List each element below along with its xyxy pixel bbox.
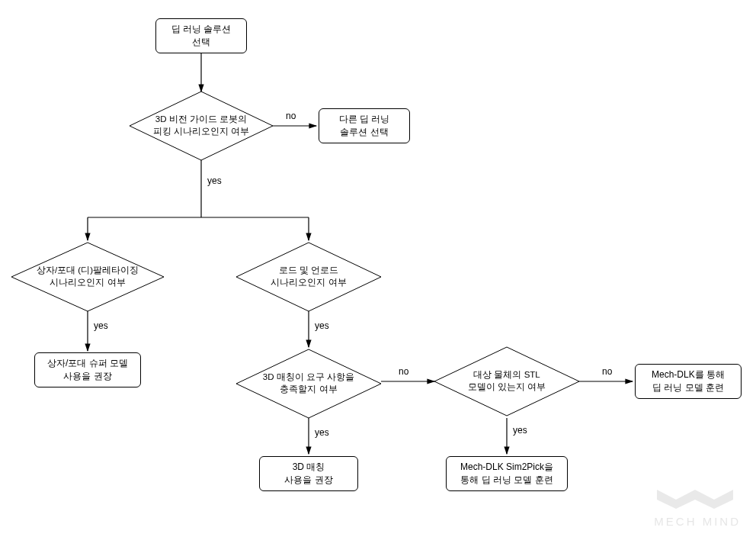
- edge-label-yes: yes: [94, 320, 108, 331]
- node-text: 딥 러닝 솔루션선택: [171, 23, 232, 49]
- edge-label-no: no: [602, 366, 612, 377]
- node-other-solution: 다른 딥 러닝솔루션 선택: [319, 108, 410, 143]
- decision-stl-model: 대상 물체의 STL모델이 있는지 여부: [434, 347, 579, 416]
- node-text: 로드 및 언로드시나리오인지 여부: [236, 243, 381, 311]
- node-text: Mech-DLK를 통해딥 러닝 모델 훈련: [652, 368, 725, 394]
- node-mech-dlk: Mech-DLK를 통해딥 러닝 모델 훈련: [635, 364, 742, 399]
- edge-label-yes: yes: [315, 427, 329, 438]
- decision-3d-vision-robot: 3D 비전 가이드 로봇의피킹 시나리오인지 여부: [130, 92, 273, 160]
- edge-label-no: no: [286, 111, 296, 121]
- node-text: 상자/포대 슈퍼 모델사용을 권장: [47, 357, 128, 383]
- node-text: 상자/포대 (디)팔레타이징시나리오인지 여부: [11, 243, 164, 311]
- node-start: 딥 러닝 솔루션선택: [155, 18, 247, 53]
- decision-load-unload: 로드 및 언로드시나리오인지 여부: [236, 243, 381, 311]
- node-text: Mech-DLK Sim2Pick을통해 딥 러닝 모델 훈련: [460, 461, 553, 487]
- node-sim2pick: Mech-DLK Sim2Pick을통해 딥 러닝 모델 훈련: [446, 456, 568, 491]
- edge-label-yes: yes: [513, 425, 527, 436]
- mech-mind-logo-icon: [649, 486, 741, 512]
- node-3d-matching: 3D 매칭사용을 권장: [259, 456, 358, 491]
- node-text: 대상 물체의 STL모델이 있는지 여부: [434, 347, 579, 416]
- watermark: MECH MIND: [649, 486, 741, 528]
- edge-label-no: no: [399, 366, 408, 377]
- node-text: 3D 비전 가이드 로봇의피킹 시나리오인지 여부: [130, 92, 273, 160]
- edge-label-yes: yes: [315, 320, 329, 331]
- node-super-model: 상자/포대 슈퍼 모델사용을 권장: [34, 352, 141, 387]
- node-text: 다른 딥 러닝솔루션 선택: [339, 113, 390, 139]
- decision-palletizing: 상자/포대 (디)팔레타이징시나리오인지 여부: [11, 243, 164, 311]
- node-text: 3D 매칭이 요구 사항을충족할지 여부: [236, 349, 381, 418]
- decision-3d-matching: 3D 매칭이 요구 사항을충족할지 여부: [236, 349, 381, 418]
- edge-label-yes: yes: [207, 175, 222, 186]
- watermark-text: MECH MIND: [649, 515, 741, 528]
- node-text: 3D 매칭사용을 권장: [284, 461, 332, 487]
